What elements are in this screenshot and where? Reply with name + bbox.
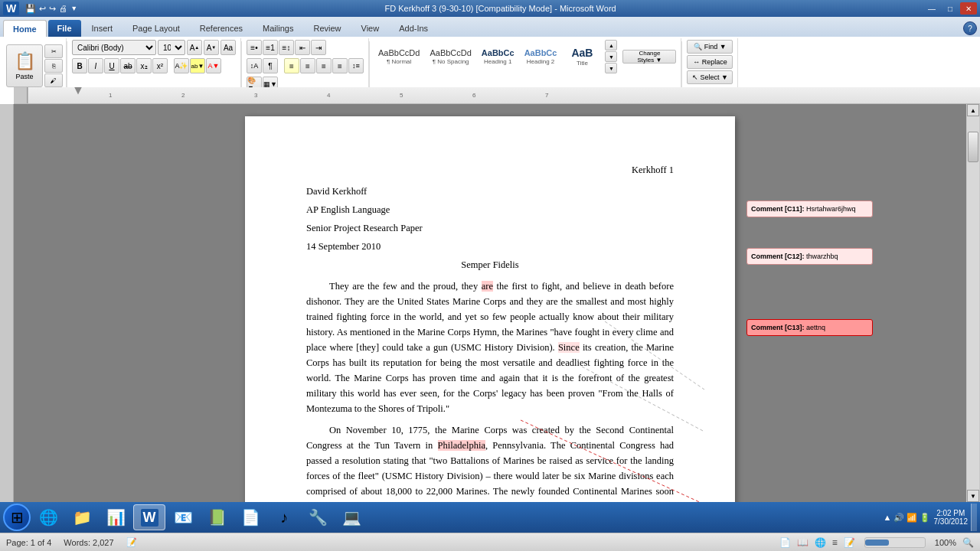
- align-left-button[interactable]: ≡: [284, 58, 299, 73]
- comment-c13-text: aettnq: [806, 324, 825, 331]
- comment-c11-text: Hsrtahwar6jhwq: [806, 205, 856, 213]
- bullets-button[interactable]: ≡•: [247, 40, 262, 55]
- spell-check-icon[interactable]: 📝: [126, 537, 137, 547]
- scroll-thumb[interactable]: [968, 132, 978, 162]
- tab-page-layout[interactable]: Page Layout: [123, 20, 189, 37]
- maximize-button[interactable]: □: [942, 2, 959, 15]
- highlight-since: Since: [558, 342, 580, 353]
- taskbar-itunes[interactable]: ♪: [268, 504, 300, 530]
- dropdown-icon[interactable]: ▼: [70, 5, 77, 12]
- close-button[interactable]: ✕: [960, 2, 977, 15]
- styles-scroll-down[interactable]: ▼: [605, 51, 617, 62]
- show-desktop-button[interactable]: [971, 504, 977, 531]
- show-marks-button[interactable]: ¶: [263, 58, 278, 73]
- bold-button[interactable]: B: [72, 58, 87, 73]
- select-button[interactable]: ↖ Select ▼: [687, 70, 733, 84]
- font-size-select[interactable]: 10 11 12: [158, 40, 185, 55]
- taskbar-powerpoint[interactable]: 📊: [100, 504, 132, 530]
- undo-icon[interactable]: ↩: [39, 4, 46, 14]
- style-no-spacing[interactable]: AaBbCcDd ¶ No Spacing: [426, 46, 475, 67]
- document-scroll-area[interactable]: Kerkhoff 1 David Kerkhoff AP English Lan…: [14, 104, 966, 502]
- taskbar-outlook[interactable]: 📧: [167, 504, 199, 530]
- comment-c12[interactable]: Comment [C12]: thwarzhbq: [746, 248, 873, 265]
- minimize-button[interactable]: —: [923, 2, 940, 15]
- comment-c12-text: thwarzhbq: [806, 253, 838, 260]
- print-icon[interactable]: 🖨: [59, 4, 67, 13]
- paste-button[interactable]: 📋 Paste: [6, 44, 43, 87]
- styles-more[interactable]: ▼: [605, 63, 617, 73]
- save-icon[interactable]: 💾: [25, 4, 36, 14]
- comment-c13[interactable]: Comment [C13]: aettnq: [746, 319, 873, 336]
- underline-button[interactable]: U: [104, 58, 119, 73]
- redo-icon[interactable]: ↪: [49, 4, 56, 14]
- zoom-in-button[interactable]: 🔍: [962, 537, 974, 548]
- tab-insert[interactable]: Insert: [83, 20, 122, 37]
- style-heading2[interactable]: AaBbCc Heading 2: [521, 46, 561, 67]
- clear-format-button[interactable]: Aa: [220, 40, 236, 55]
- page-header: Kerkhoff 1: [306, 162, 674, 178]
- word-count: Words: 2,027: [64, 538, 113, 547]
- view-reading-icon[interactable]: 📖: [797, 537, 808, 548]
- increase-indent-button[interactable]: ⇥: [311, 40, 326, 55]
- scroll-down-arrow[interactable]: ▼: [967, 490, 979, 502]
- replace-button[interactable]: ↔ Replace: [687, 55, 733, 69]
- taskbar-excel[interactable]: 📗: [201, 504, 233, 530]
- zoom-slider[interactable]: [864, 537, 926, 548]
- font-family-select[interactable]: Calibri (Body): [72, 40, 156, 55]
- style-normal[interactable]: AaBbCcDd ¶ Normal: [374, 46, 423, 67]
- copy-button[interactable]: ⎘: [44, 59, 63, 73]
- find-button[interactable]: 🔍 Find ▼: [687, 40, 733, 54]
- align-center-button[interactable]: ≡: [300, 58, 315, 73]
- taskbar-folder[interactable]: 📁: [66, 504, 98, 530]
- vertical-scrollbar[interactable]: ▲ ▼: [966, 104, 980, 502]
- start-button[interactable]: ⊞: [3, 504, 31, 531]
- tab-file[interactable]: File: [48, 20, 81, 37]
- superscript-button[interactable]: x²: [152, 58, 168, 73]
- tab-add-ins[interactable]: Add-Ins: [390, 20, 437, 37]
- tab-home[interactable]: Home: [3, 20, 47, 37]
- justify-button[interactable]: ≡: [332, 58, 348, 73]
- system-tray[interactable]: ▲ 🔊 📶 🔋: [883, 513, 930, 523]
- numbering-button[interactable]: ≡1: [263, 40, 278, 55]
- taskbar-acrobat[interactable]: 📄: [234, 504, 266, 530]
- scroll-track[interactable]: [967, 116, 979, 490]
- view-web-icon[interactable]: 🌐: [815, 537, 826, 548]
- shrink-font-button[interactable]: A▼: [204, 40, 219, 55]
- style-title[interactable]: AaB Title: [563, 44, 601, 69]
- line-spacing-button[interactable]: ↕≡: [348, 58, 364, 73]
- taskbar-word[interactable]: W: [133, 504, 165, 530]
- format-painter-button[interactable]: 🖌: [44, 73, 63, 87]
- help-button[interactable]: ?: [963, 21, 977, 35]
- align-right-button[interactable]: ≡: [316, 58, 332, 73]
- taskbar-app9[interactable]: 💻: [335, 504, 368, 530]
- clock[interactable]: 2:02 PM 7/30/2012: [934, 509, 969, 526]
- tab-references[interactable]: References: [191, 20, 252, 37]
- scroll-up-arrow[interactable]: ▲: [967, 104, 979, 116]
- view-normal-icon[interactable]: 📄: [779, 537, 791, 548]
- comment-c11[interactable]: Comment [C11]: Hsrtahwar6jhwq: [746, 201, 873, 217]
- style-heading1[interactable]: AaBbCc Heading 1: [478, 46, 518, 67]
- grow-font-button[interactable]: A▲: [187, 40, 202, 55]
- styles-scroll-up[interactable]: ▲: [605, 40, 617, 51]
- multilevel-button[interactable]: ≡↕: [279, 40, 294, 55]
- taskbar-ie[interactable]: 🌐: [32, 504, 64, 530]
- title-text: FD Kerkhoff 3 (9-30-10) [Compatibility M…: [77, 4, 923, 13]
- strikethrough-button[interactable]: ab: [120, 58, 136, 73]
- taskbar-app8[interactable]: 🔧: [302, 504, 334, 530]
- cut-button[interactable]: ✂: [44, 44, 63, 58]
- decrease-indent-button[interactable]: ⇤: [295, 40, 310, 55]
- view-outline-icon[interactable]: ≡: [832, 537, 838, 548]
- text-effect-button[interactable]: A✨: [174, 58, 189, 73]
- subscript-button[interactable]: x₂: [136, 58, 152, 73]
- sort-button[interactable]: ↕A: [247, 58, 262, 73]
- tab-review[interactable]: Review: [304, 20, 350, 37]
- word-logo-icon: W: [3, 2, 19, 15]
- view-draft-icon[interactable]: 📝: [844, 537, 855, 548]
- font-color-button[interactable]: A▼: [206, 58, 221, 73]
- highlight-button[interactable]: ab▼: [190, 58, 205, 73]
- tab-view[interactable]: View: [352, 20, 389, 37]
- document-body: They are the few and the proud, they are…: [306, 279, 674, 502]
- change-styles-button[interactable]: ChangeStyles ▼: [622, 50, 676, 64]
- italic-button[interactable]: I: [88, 58, 103, 73]
- tab-mailings[interactable]: Mailings: [253, 20, 302, 37]
